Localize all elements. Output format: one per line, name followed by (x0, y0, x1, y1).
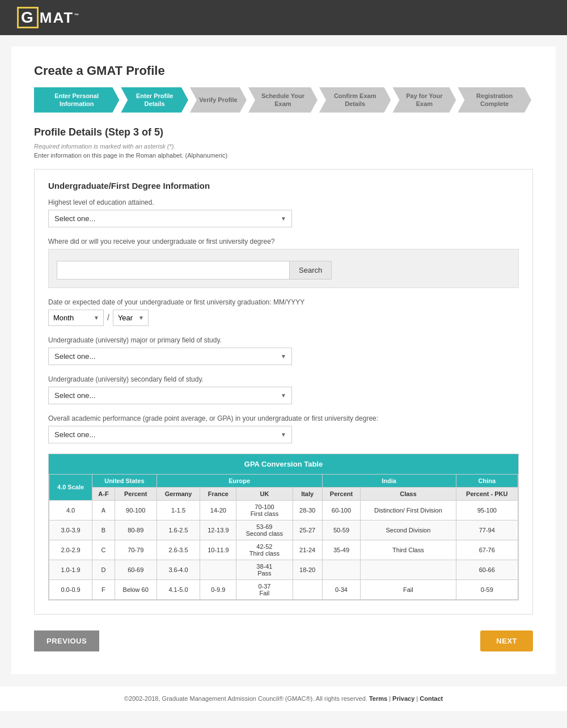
month-select[interactable]: MonthJanuaryFebruaryMarchAprilMayJuneJul… (48, 310, 104, 326)
table-cell: 1.0-1.9 (49, 560, 92, 579)
main-content: Create a GMAT Profile Enter Personal Inf… (11, 46, 556, 674)
major-select-wrapper: Select one... (48, 348, 292, 365)
table-cell: 90-100 (115, 500, 156, 520)
table-cell: 53-69Second class (236, 520, 293, 540)
table-cell: Distinction/ First Division (361, 500, 456, 520)
graduation-date-group: Date or expected date of your undergradu… (48, 298, 519, 326)
col-group-us: United States (92, 474, 156, 487)
section-heading: Profile Details (Step 3 of 5) (34, 126, 533, 138)
previous-button[interactable]: PREVIOUS (34, 630, 99, 651)
table-cell: 25-27 (293, 520, 322, 540)
footer-terms[interactable]: Terms (369, 695, 387, 702)
site-header: GMAT™ (0, 0, 567, 35)
table-cell: 18-20 (293, 560, 322, 579)
col-af: A-F (92, 487, 115, 500)
logo-tm: ™ (74, 12, 80, 18)
footer: ©2002-2018, Graduate Management Admissio… (0, 685, 567, 711)
buttons-row: PREVIOUS NEXT (34, 630, 533, 651)
gpa-table: 4.0 Scale United States Europe India Chi… (49, 474, 518, 600)
step-7[interactable]: Registration Complete (458, 87, 531, 113)
table-cell: 21-24 (293, 540, 322, 560)
university-group: Where did or will you receive your under… (48, 238, 519, 288)
gpa-group: Overall academic performance (grade poin… (48, 414, 519, 443)
required-note: Required information is marked with an a… (34, 143, 533, 150)
table-cell: C (92, 540, 115, 560)
gpa-table-title: GPA Conversion Table (49, 454, 518, 474)
table-cell: 70-79 (115, 540, 156, 560)
step-1[interactable]: Enter Personal Information (34, 87, 119, 113)
table-cell: 0.0-0.9 (49, 579, 92, 599)
table-cell: 12-13.9 (200, 520, 236, 540)
col-group-europe: Europe (156, 474, 322, 487)
search-container: Search (48, 249, 519, 288)
search-button[interactable]: Search (289, 261, 332, 280)
table-cell (293, 579, 322, 599)
table-cell: 4.1-5.0 (156, 579, 200, 599)
table-cell: F (92, 579, 115, 599)
table-cell: 14-20 (200, 500, 236, 520)
secondary-select[interactable]: Select one... (48, 387, 292, 404)
table-cell (361, 560, 456, 579)
table-cell: 0-9.9 (200, 579, 236, 599)
gpa-select-wrapper: Select one... (48, 426, 292, 443)
major-label: Undergraduate (university) major or prim… (48, 336, 519, 344)
step-4[interactable]: Schedule Your Exam (248, 87, 318, 113)
education-select[interactable]: Select one... (48, 210, 292, 227)
major-select[interactable]: Select one... (48, 348, 292, 365)
secondary-label: Undergraduate (university) secondary fie… (48, 375, 519, 383)
logo: GMAT™ (17, 7, 80, 28)
table-cell: Below 60 (115, 579, 156, 599)
table-cell: 80-89 (115, 520, 156, 540)
col-china-pku: Percent - PKU (456, 487, 518, 500)
date-separator: / (107, 313, 109, 322)
page-title: Create a GMAT Profile (34, 64, 533, 78)
table-cell: 0-59 (456, 579, 518, 599)
table-cell: 50-59 (322, 520, 361, 540)
step-6[interactable]: Pay for Your Exam (392, 87, 456, 113)
footer-copyright: ©2002-2018, Graduate Management Admissio… (124, 695, 367, 702)
table-cell: 1-1.5 (156, 500, 200, 520)
logo-g: G (17, 7, 39, 28)
education-label: Highest level of education attained. (48, 198, 519, 206)
gpa-select[interactable]: Select one... (48, 426, 292, 443)
step-3-label: Verify Profile (199, 96, 237, 104)
step-2[interactable]: Enter Profile Details (121, 87, 188, 113)
step-1-label: Enter Personal Information (42, 92, 111, 108)
table-cell: Third Class (361, 540, 456, 560)
table-cell: D (92, 560, 115, 579)
footer-privacy[interactable]: Privacy (392, 695, 414, 702)
table-cell: 60-100 (322, 500, 361, 520)
section-title: Undergraduate/First Degree Information (48, 181, 519, 191)
col-italy: Italy (293, 487, 322, 500)
table-cell: 3.6-4.0 (156, 560, 200, 579)
undergraduate-section: Undergraduate/First Degree Information H… (34, 169, 533, 615)
col-france: France (200, 487, 236, 500)
year-select[interactable]: Year202420232022202120202019201820172016… (113, 310, 149, 326)
search-row: Search (57, 261, 510, 280)
step-3[interactable]: Verify Profile (190, 87, 247, 113)
col-header-scale: 4.0 Scale (49, 474, 92, 500)
year-select-wrapper: Year202420232022202120202019201820172016… (113, 310, 149, 326)
table-cell: 38-41Pass (236, 560, 293, 579)
table-cell: 70-100First class (236, 500, 293, 520)
col-group-india: India (322, 474, 456, 487)
table-cell: 77-94 (456, 520, 518, 540)
university-label: Where did or will you receive your under… (48, 238, 519, 246)
gpa-table-container: GPA Conversion Table 4.0 Scale United St… (48, 454, 519, 600)
secondary-select-wrapper: Select one... (48, 387, 292, 404)
table-cell: 60-69 (115, 560, 156, 579)
table-cell: B (92, 520, 115, 540)
roman-note: Enter information on this page in the Ro… (34, 152, 533, 159)
col-percent-us: Percent (115, 487, 156, 500)
col-class-india: Class (361, 487, 456, 500)
footer-contact[interactable]: Contact (420, 695, 443, 702)
step-5[interactable]: Confirm Exam Details (319, 87, 391, 113)
step-5-label: Confirm Exam Details (327, 92, 383, 108)
step-7-label: Registration Complete (466, 92, 523, 108)
date-row: MonthJanuaryFebruaryMarchAprilMayJuneJul… (48, 310, 519, 326)
next-button[interactable]: NEXT (480, 630, 533, 651)
search-input[interactable] (57, 261, 289, 280)
graduation-date-label: Date or expected date of your undergradu… (48, 298, 519, 306)
table-cell: A (92, 500, 115, 520)
table-cell: 1.6-2.5 (156, 520, 200, 540)
